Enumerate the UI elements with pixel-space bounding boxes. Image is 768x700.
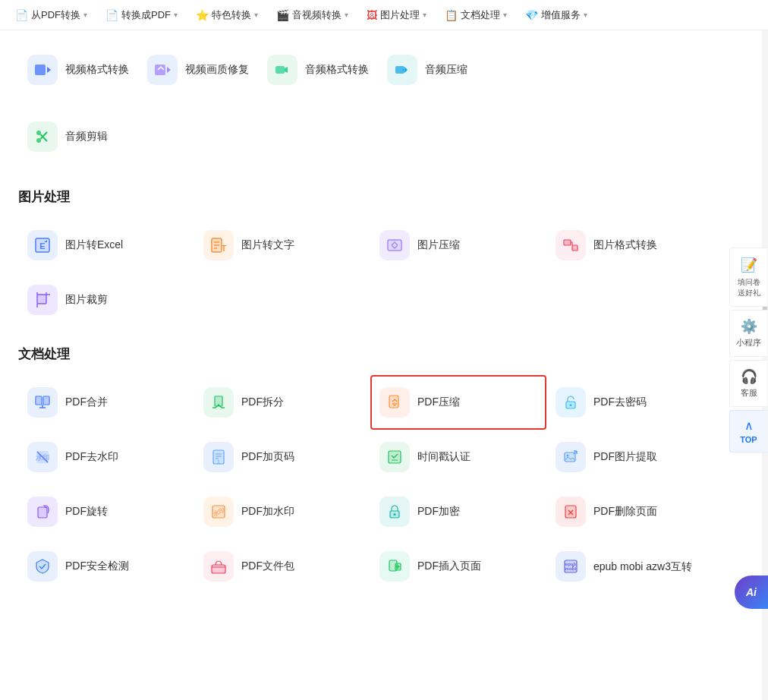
ai-badge[interactable]: Ai (735, 575, 768, 609)
survey-btn[interactable]: 📝 填问卷 送好礼 (729, 248, 767, 307)
pdf-unlock-icon (556, 387, 586, 418)
img-format-icon (556, 230, 586, 260)
nav-to-pdf[interactable]: 📄 转换成PDF ▾ (96, 0, 187, 30)
svg-marker-3 (167, 67, 171, 73)
tool-pdf-insert-page[interactable]: PDF插入页面 (370, 539, 546, 594)
doc-tools-grid: PDF合并 PDF拆分 (18, 375, 722, 594)
svg-point-7 (36, 138, 41, 143)
pdf-encrypt-icon (379, 497, 410, 527)
survey-label: 填问卷 送好礼 (738, 277, 760, 298)
tool-pdf-security[interactable]: PDF安全检测 (18, 539, 194, 594)
partial-items-row: 视频格式转换 视频画质修复 音频格式转换 (18, 43, 722, 97)
nav-value[interactable]: 💎 增值服务 ▾ (516, 0, 596, 30)
tool-epub-convert[interactable]: epub mobi epub mobi azw3互转 (546, 539, 722, 594)
top-label: TOP (740, 435, 757, 444)
service-label: 客服 (741, 387, 757, 399)
svg-rect-37 (389, 396, 398, 408)
tool-timestamp[interactable]: 时间戳认证 (370, 430, 546, 484)
nav-doc[interactable]: 📋 文档处理 ▾ (436, 0, 516, 30)
pdf-merge-icon (27, 387, 58, 418)
pdf-security-icon (27, 551, 58, 582)
nav-av[interactable]: 🎬 音视频转换 ▾ (267, 0, 357, 30)
miniprogram-btn[interactable]: ⚙️ 小程序 (729, 310, 767, 357)
tool-label: PDF插入页面 (417, 560, 481, 573)
service-btn[interactable]: 🎧 客服 (729, 360, 767, 407)
pdf-package-icon (203, 551, 234, 582)
tool-img-text[interactable]: T 图片转文字 (194, 218, 370, 273)
tool-audio-compress[interactable]: 音频压缩 (378, 43, 477, 97)
tool-video-convert[interactable]: 视频格式转换 (18, 43, 138, 97)
epub-convert-icon: epub mobi (556, 551, 586, 582)
tool-label: 音频压缩 (425, 63, 467, 77)
tool-label: 图片格式转换 (593, 238, 657, 252)
tool-label: PDF文件包 (241, 560, 294, 573)
chevron-icon: ▾ (345, 11, 348, 19)
tool-pdf-merge[interactable]: PDF合并 (18, 375, 194, 430)
survey-icon: 📝 (741, 256, 757, 275)
tool-pdf-unlock[interactable]: PDF去密码 (546, 375, 722, 430)
tool-label: 音频格式转换 (305, 63, 369, 77)
tool-label: 视频画质修复 (185, 63, 249, 77)
nav-special[interactable]: ⭐ 特色转换 ▾ (187, 0, 267, 30)
tool-pdf-img-extract[interactable]: PDF图片提取 (546, 430, 722, 484)
pdf-img-extract-icon (556, 442, 586, 472)
tool-pdf-rotate[interactable]: PDF旋转 (18, 484, 194, 539)
tool-label: PDF删除页面 (593, 505, 657, 519)
image-tools-grid: E 图片转Excel T 图片转文字 (18, 218, 722, 327)
nav-from-pdf[interactable]: 📄 从PDF转换 ▾ (6, 0, 96, 30)
tool-label: PDF安全检测 (65, 560, 129, 573)
tool-pdf-watermark-add[interactable]: 水印 PDF加水印 (194, 484, 370, 539)
tool-video-repair[interactable]: 视频画质修复 (138, 43, 258, 97)
audio-compress-icon (387, 55, 417, 85)
svg-text:T: T (222, 244, 226, 253)
tool-label: PDF压缩 (417, 396, 460, 409)
tool-pdf-package[interactable]: PDF文件包 (194, 539, 370, 594)
tool-label: PDF加密 (417, 505, 460, 519)
svg-text:E: E (39, 241, 45, 251)
top-nav: 📄 从PDF转换 ▾ 📄 转换成PDF ▾ ⭐ 特色转换 ▾ 🎬 音视频转换 ▾… (0, 0, 768, 30)
svg-rect-33 (43, 396, 49, 405)
chevron-icon: ▾ (174, 11, 178, 19)
tool-label: 图片裁剪 (65, 293, 108, 307)
svg-rect-23 (572, 245, 578, 251)
chevron-icon: ▾ (503, 11, 507, 19)
svg-text:mobi: mobi (565, 566, 577, 571)
tool-pdf-delete-page[interactable]: PDF删除页面 (546, 484, 722, 539)
tool-pdf-compress[interactable]: PDF压缩 (370, 375, 546, 430)
audio-scissors-icon (27, 121, 58, 152)
pdf-rotate-icon (27, 497, 58, 527)
svg-text:1: 1 (217, 459, 220, 465)
tool-pdf-watermark-rm[interactable]: 水印 PDF去水印 (18, 430, 194, 484)
tool-label: PDF去密码 (593, 396, 647, 409)
nav-image[interactable]: 🖼 图片处理 ▾ (357, 0, 436, 30)
tool-img-compress[interactable]: 图片压缩 (370, 218, 546, 273)
tool-audio-scissors[interactable]: 音频剪辑 (18, 109, 117, 164)
tool-img-excel[interactable]: E 图片转Excel (18, 218, 194, 273)
top-btn[interactable]: ∧ TOP (729, 410, 767, 452)
tool-label: PDF加页码 (241, 450, 294, 464)
tool-label: 图片压缩 (417, 238, 460, 252)
svg-point-57 (567, 455, 569, 457)
tool-label: 图片转文字 (241, 238, 294, 252)
chevron-icon: ▾ (254, 11, 258, 19)
main-content: 视频格式转换 视频画质修复 音频格式转换 (0, 30, 768, 606)
tool-pdf-split[interactable]: PDF拆分 (194, 375, 370, 430)
tool-label: PDF合并 (65, 396, 108, 409)
svg-marker-1 (47, 67, 51, 73)
tool-img-format[interactable]: 图片格式转换 (546, 218, 722, 273)
svg-rect-31 (36, 396, 42, 405)
tool-label: epub mobi azw3互转 (593, 560, 692, 573)
tool-img-crop[interactable]: 图片裁剪 (18, 273, 194, 327)
tool-pdf-pagenum[interactable]: 1 PDF加页码 (194, 430, 370, 484)
tool-label: PDF旋转 (65, 505, 108, 519)
doc-section-title: 文档处理 (18, 345, 722, 363)
svg-text:水印: 水印 (35, 454, 49, 462)
svg-point-42 (570, 404, 572, 406)
svg-rect-58 (38, 507, 47, 518)
tool-audio-convert[interactable]: 音频格式转换 (258, 43, 378, 97)
audio-convert-icon (267, 55, 297, 85)
tool-pdf-encrypt[interactable]: PDF加密 (370, 484, 546, 539)
pdf-watermark-add-icon: 水印 (203, 497, 234, 527)
chevron-icon: ▾ (584, 11, 587, 19)
svg-point-65 (394, 513, 396, 516)
